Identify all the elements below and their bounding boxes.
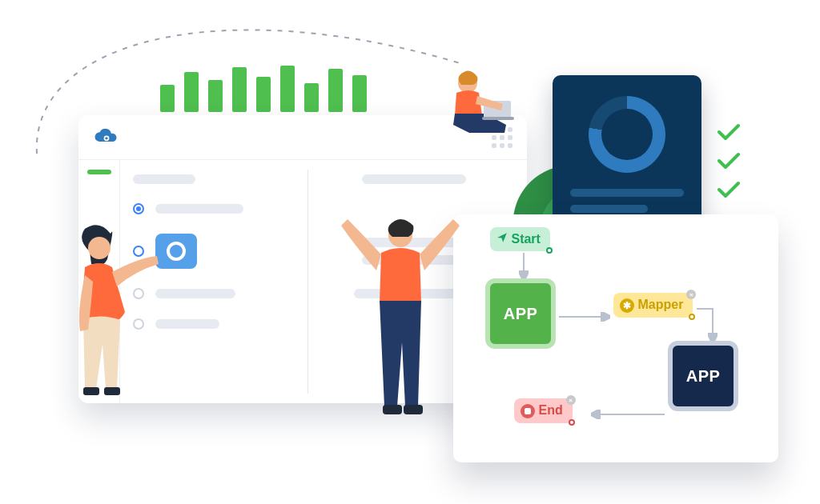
svg-rect-4: [104, 387, 120, 395]
checkmark-icon: [718, 152, 740, 170]
paper-plane-icon: [496, 232, 508, 243]
svg-rect-7: [404, 405, 423, 414]
flow-node-app-green[interactable]: APP: [485, 278, 556, 349]
asterisk-icon: ✱: [620, 298, 634, 313]
flow-arrow-icon: [588, 406, 668, 422]
report-line-placeholder: [570, 189, 684, 197]
flow-node-app-navy[interactable]: APP: [668, 341, 738, 411]
checkmark-icon: [718, 181, 740, 198]
checkmark-icon: [718, 123, 740, 141]
svg-rect-3: [83, 387, 99, 395]
active-indicator: [87, 170, 111, 174]
illustration-woman: [67, 224, 163, 464]
svg-rect-6: [383, 405, 402, 414]
sparkline-bars: [160, 66, 367, 112]
flow-arrow-icon: [557, 309, 613, 325]
flow-node-label: Mapper: [637, 298, 683, 311]
donut-chart-icon: [589, 96, 665, 173]
flow-node-label: Start: [511, 232, 540, 246]
close-icon[interactable]: ×: [686, 290, 696, 299]
report-line-placeholder: [570, 205, 648, 213]
svg-point-1: [105, 137, 107, 139]
close-icon[interactable]: ×: [566, 395, 576, 405]
flow-node-mapper[interactable]: ✱ Mapper ×: [613, 293, 693, 318]
flow-arrow-icon: [693, 306, 718, 346]
flow-node-label: End: [538, 403, 562, 417]
illustration-man: [341, 214, 461, 470]
svg-point-2: [88, 237, 111, 259]
progress-ring-icon: [167, 242, 186, 261]
illustration-sitting-person: [429, 69, 533, 165]
svg-rect-10: [482, 117, 514, 120]
workflow-panel: Start APP ✱ Mapper × APP End ×: [453, 214, 778, 462]
flow-node-label: APP: [686, 367, 721, 386]
checkmark-list: [718, 123, 740, 198]
flow-node-label: APP: [504, 305, 538, 323]
flow-node-end[interactable]: End ×: [514, 398, 573, 423]
timeline-step-done-icon: [133, 203, 144, 214]
flow-node-start[interactable]: Start: [490, 227, 550, 251]
cloud-logo-icon: [93, 129, 120, 146]
stop-icon: [521, 404, 535, 418]
